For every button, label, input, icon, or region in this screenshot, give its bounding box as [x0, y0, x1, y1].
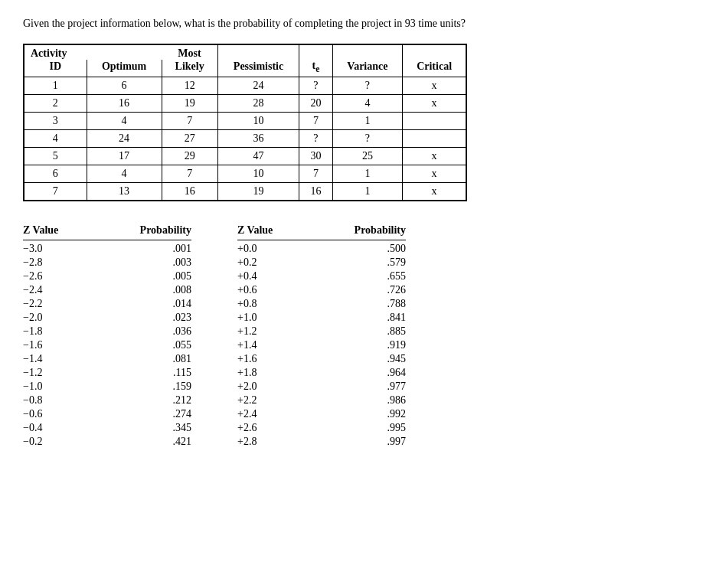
z-value: −0.8	[23, 394, 69, 407]
cell-optimum: 4	[87, 165, 162, 182]
list-item: −0.2.421	[23, 435, 191, 449]
list-item: +2.6.995	[237, 421, 406, 435]
cell-pessimistic: 10	[217, 165, 299, 182]
z-value: −0.4	[23, 422, 69, 434]
list-item: −1.4.081	[23, 352, 191, 366]
cell-te: ?	[299, 129, 332, 147]
z-value: +1.4	[237, 339, 283, 351]
z-value: +1.6	[237, 353, 283, 365]
cell-variance: 1	[332, 112, 403, 129]
z-value: +2.0	[237, 381, 283, 393]
cell-variance: 1	[332, 182, 403, 201]
cell-variance: ?	[332, 77, 403, 94]
header-te: te	[299, 60, 332, 77]
cell-likely: 12	[162, 77, 217, 94]
z-tables-container: Z Value Probability −3.0.001−2.8.003−2.6…	[23, 224, 683, 449]
cell-likely: 19	[162, 94, 217, 112]
z-table-left-rows: −3.0.001−2.8.003−2.6.005−2.4.008−2.2.014…	[23, 242, 191, 449]
z-prob: .997	[329, 436, 406, 448]
table-row: 51729473025x	[24, 147, 466, 165]
list-item: −2.0.023	[23, 311, 191, 325]
cell-optimum: 6	[87, 77, 162, 94]
list-item: −3.0.001	[23, 242, 191, 256]
z-value: +2.6	[237, 422, 283, 434]
cell-id: 5	[24, 147, 87, 165]
z-prob: .036	[115, 325, 191, 338]
z-prob: .919	[329, 339, 406, 351]
cell-critical	[403, 129, 466, 147]
table-row: 3471071	[24, 112, 466, 129]
cell-pessimistic: 36	[217, 129, 299, 147]
cell-likely: 27	[162, 129, 217, 147]
list-item: +1.4.919	[237, 338, 406, 352]
list-item: +2.4.992	[237, 407, 406, 421]
list-item: −2.4.008	[23, 283, 191, 297]
cell-pessimistic: 19	[217, 182, 299, 201]
z-value: −1.4	[23, 353, 69, 365]
cell-te: ?	[299, 77, 332, 94]
z-table-left-header-zval: Z Value	[23, 224, 69, 237]
cell-variance: 4	[332, 94, 403, 112]
cell-te: 30	[299, 147, 332, 165]
z-prob: .003	[115, 256, 191, 269]
list-item: −1.6.055	[23, 338, 191, 352]
header-optimum: Optimum	[87, 60, 162, 77]
list-item: +0.0.500	[237, 242, 406, 256]
header-most: Most	[162, 44, 217, 60]
cell-likely: 29	[162, 147, 217, 165]
z-prob: .992	[329, 408, 406, 420]
header-variance: Variance	[332, 60, 403, 77]
cell-pessimistic: 47	[217, 147, 299, 165]
header-likely: Likely	[162, 60, 217, 77]
z-value: +0.0	[237, 243, 283, 255]
z-value: −2.4	[23, 284, 69, 296]
z-value: −2.6	[23, 270, 69, 283]
z-table-right-header: Z Value Probability	[237, 224, 406, 240]
z-value: −2.8	[23, 256, 69, 269]
list-item: +2.2.986	[237, 394, 406, 407]
z-value: −2.0	[23, 312, 69, 324]
z-prob: .885	[329, 325, 406, 338]
cell-critical: x	[403, 182, 466, 201]
z-prob: .212	[115, 394, 191, 407]
z-value: +0.4	[237, 270, 283, 283]
list-item: −0.8.212	[23, 394, 191, 407]
z-prob: .986	[329, 394, 406, 407]
header-id: ID	[24, 60, 87, 77]
cell-likely: 7	[162, 165, 217, 182]
cell-pessimistic: 24	[217, 77, 299, 94]
list-item: +0.8.788	[237, 297, 406, 311]
z-value: +2.2	[237, 394, 283, 407]
cell-likely: 16	[162, 182, 217, 201]
z-prob: .500	[329, 243, 406, 255]
list-item: +0.6.726	[237, 283, 406, 297]
cell-likely: 7	[162, 112, 217, 129]
z-table-right: Z Value Probability +0.0.500+0.2.579+0.4…	[237, 224, 406, 449]
list-item: −0.4.345	[23, 421, 191, 435]
z-prob: .788	[329, 298, 406, 310]
z-value: −3.0	[23, 243, 69, 255]
z-value: −0.6	[23, 408, 69, 420]
cell-id: 7	[24, 182, 87, 201]
cell-optimum: 17	[87, 147, 162, 165]
z-prob: .014	[115, 298, 191, 310]
list-item: +2.0.977	[237, 380, 406, 394]
list-item: +1.8.964	[237, 366, 406, 380]
z-value: −1.6	[23, 339, 69, 351]
z-value: +2.4	[237, 408, 283, 420]
header-critical: Critical	[403, 60, 466, 77]
cell-optimum: 16	[87, 94, 162, 112]
table-row: 7131619161x	[24, 182, 466, 201]
z-value: +1.8	[237, 367, 283, 379]
z-value: +2.8	[237, 436, 283, 448]
z-value: −0.2	[23, 436, 69, 448]
cell-pessimistic: 28	[217, 94, 299, 112]
z-value: +0.8	[237, 298, 283, 310]
z-table-left: Z Value Probability −3.0.001−2.8.003−2.6…	[23, 224, 191, 449]
z-prob: .001	[115, 243, 191, 255]
z-prob: .995	[329, 422, 406, 434]
cell-critical: x	[403, 147, 466, 165]
z-prob: .945	[329, 353, 406, 365]
list-item: +1.0.841	[237, 311, 406, 325]
table-row: 4242736??	[24, 129, 466, 147]
